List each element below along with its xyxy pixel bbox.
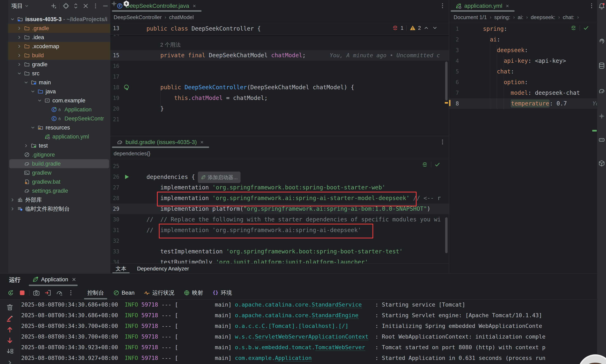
collapse-all-icon[interactable] — [82, 2, 89, 9]
code-line-7[interactable]: 7 model: deepseek-chat — [449, 88, 597, 98]
warning-icon[interactable] — [409, 25, 416, 31]
code-line-4[interactable]: 4 api-key: <api-key> — [449, 56, 597, 66]
no-problems-check-icon[interactable] — [583, 25, 589, 31]
sidebar-item-.gitignore[interactable]: .gitignore — [8, 150, 110, 159]
bottom-tab-text[interactable]: 文本 — [110, 264, 132, 273]
more-vertical-icon[interactable] — [92, 2, 99, 9]
chevron-down-icon[interactable] — [23, 80, 29, 85]
chevron-down-icon[interactable] — [37, 98, 42, 104]
sidebar-item-build.gradle[interactable]: build.gradle — [8, 159, 110, 168]
sidebar-item-settings.gradle[interactable]: settings.gradle — [8, 186, 110, 195]
ai-bolt-icon[interactable] — [123, 0, 130, 7]
chevron-down-icon[interactable] — [30, 125, 36, 130]
editor-scrollbar[interactable] — [445, 62, 448, 101]
logger-link[interactable]: TomcatWebServer — [315, 344, 365, 351]
more-vertical-icon[interactable] — [439, 139, 446, 145]
logger-link[interactable]: ServletWebServerApplicationContext — [255, 333, 369, 340]
editor-scrollbar[interactable] — [445, 217, 448, 253]
robot-icon[interactable] — [598, 136, 605, 143]
sidebar-item-java[interactable]: java — [8, 87, 110, 96]
gauge-icon[interactable] — [56, 289, 63, 297]
logger-link[interactable]: Application — [275, 355, 312, 362]
chevron-down-icon[interactable] — [16, 71, 22, 76]
add-starter-chip[interactable]: 添加启动器... — [198, 171, 241, 183]
logger-link[interactable]: StandardService — [312, 301, 362, 308]
close-icon[interactable] — [71, 276, 77, 283]
code-line-2[interactable]: 2 ai: — [449, 34, 597, 45]
chevron-right-icon[interactable] — [10, 206, 15, 212]
ai-star-icon[interactable] — [110, 0, 118, 7]
code-line-8[interactable]: 8 temperature: 0.7Yo — [449, 98, 597, 109]
camera-icon[interactable] — [33, 289, 40, 297]
gradle-icon[interactable] — [598, 87, 605, 95]
code-line-6[interactable]: 6 option: — [449, 77, 597, 88]
chevron-down-icon[interactable] — [130, 2, 135, 7]
chevron-right-icon[interactable] — [16, 26, 22, 31]
sidebar-item-.idea[interactable]: .idea — [8, 33, 110, 42]
database-icon[interactable] — [598, 62, 605, 69]
code-line-3[interactable]: 3 deepseek: — [449, 45, 597, 56]
code-line-20[interactable]: 20 } — [110, 104, 449, 114]
code-line-30[interactable]: 30// // Replace the following with the s… — [110, 214, 449, 225]
project-view-selector[interactable]: 项目 — [11, 2, 29, 10]
notifications-bell-icon[interactable] — [598, 2, 605, 10]
sidebar-item---------[interactable]: 临时文件和控制台 — [8, 204, 110, 213]
chevron-down-icon[interactable] — [118, 2, 123, 7]
logger-link[interactable]: StandardEngine — [312, 312, 358, 319]
unfold-icon[interactable] — [72, 2, 79, 9]
sidebar-item-build[interactable]: build — [8, 51, 110, 60]
no-problems-check-icon[interactable] — [434, 161, 441, 168]
navigate-icon[interactable] — [123, 84, 130, 91]
code-line-5[interactable]: 5 chat: — [449, 66, 597, 77]
sidebar-item-resources[interactable]: resources — [8, 123, 110, 132]
code-line-19[interactable]: 19 this.chatModel = chatModel; — [110, 93, 449, 104]
console-view-tab-运行状况[interactable]: 运行状况 — [139, 286, 179, 299]
stop-icon[interactable] — [18, 289, 26, 297]
sidebar-item-application.yml[interactable]: application.yml — [8, 132, 110, 141]
code-line-27[interactable]: 27 implementation 'org.springframework.b… — [110, 182, 449, 193]
code-line-16[interactable]: 16 — [110, 61, 449, 71]
sidebar-item-deepseekcontr[interactable]: CDeepSeekContr — [8, 114, 110, 123]
console-view-tab-控制台[interactable]: 控制台 — [83, 286, 109, 299]
usages-inlay-hint[interactable]: 2 个用法 — [160, 39, 181, 50]
rerun-icon[interactable] — [7, 289, 14, 297]
code-line-26[interactable]: 26dependencies {添加启动器... — [110, 171, 449, 182]
chevron-down-icon[interactable] — [10, 16, 15, 22]
chevron-right-icon[interactable] — [23, 143, 29, 149]
sidebar-item----[interactable]: 外部库 — [8, 195, 110, 204]
console-view-tab-映射[interactable]: 映射 — [179, 286, 208, 299]
sidebar-item-.gradle[interactable]: .gradle — [8, 24, 110, 33]
gradle-editor-tab[interactable]: build.gradle (issues-4035-3) — [112, 136, 209, 148]
plus-icon[interactable] — [50, 2, 57, 9]
sidebar-item-.xcodemap[interactable]: .xcodemap — [8, 42, 110, 51]
ai-star-icon[interactable] — [598, 112, 605, 120]
code-line-18[interactable]: 18 public DeepSeekController(DeepSeekCha… — [110, 82, 449, 93]
target-icon[interactable] — [62, 2, 69, 9]
chevron-right-icon[interactable] — [16, 35, 22, 40]
code-line-25[interactable]: 25 — [110, 161, 449, 171]
exit-icon[interactable] — [44, 289, 52, 297]
sidebar-item-gradle[interactable]: gradle — [8, 60, 110, 69]
inlay-hint-row[interactable]: 2 个用法 — [110, 39, 449, 50]
run-tab-application[interactable]: Application — [29, 273, 81, 286]
console-view-tab-Bean[interactable]: Bean — [109, 286, 139, 299]
sidebar-item-main[interactable]: main — [8, 78, 110, 87]
chevron-right-icon[interactable] — [16, 62, 22, 67]
next-problem-icon[interactable] — [432, 25, 438, 31]
close-icon[interactable] — [199, 140, 205, 145]
more-vertical-icon[interactable] — [67, 289, 75, 297]
error-squiggle-icon[interactable] — [392, 25, 399, 31]
logger-link[interactable]: C — [262, 323, 265, 329]
sidebar-item-src[interactable]: src — [8, 69, 110, 78]
bottom-tab-dependency-analyzer[interactable]: Dependency Analyzer — [132, 264, 194, 273]
sidebar-item-gradlew.bat[interactable]: gradlew.bat — [8, 177, 110, 186]
code-line-21[interactable]: 21 — [110, 114, 449, 125]
chevron-down-icon[interactable] — [30, 89, 36, 94]
run-line-icon[interactable] — [123, 173, 130, 180]
hide-panel-icon[interactable] — [102, 2, 109, 9]
ok-squiggle-icon[interactable] — [422, 161, 428, 168]
prev-problem-icon[interactable] — [423, 25, 429, 31]
sidebar-item-com.example[interactable]: com.example — [8, 96, 110, 105]
ok-squiggle-icon[interactable] — [570, 25, 577, 31]
chevron-right-icon[interactable] — [10, 197, 15, 203]
